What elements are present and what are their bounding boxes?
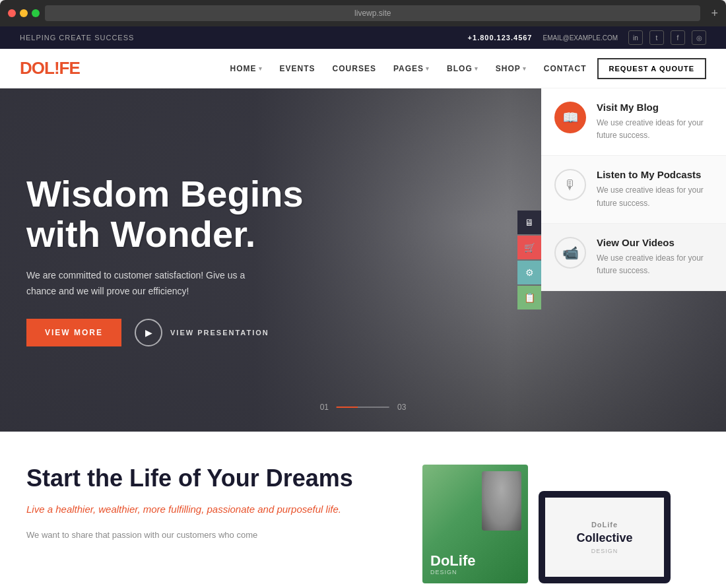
browser-dots <box>8 9 40 17</box>
podcast-icon: 🎙 <box>554 169 586 201</box>
phone-number[interactable]: +1.800.123.4567 <box>468 34 533 42</box>
social-icons-group: in t f ◎ <box>628 30 706 45</box>
instagram-icon[interactable]: ◎ <box>692 30 706 45</box>
top-bar: HELPING CREATE SUCCESS +1.800.123.4567 E… <box>0 26 726 49</box>
bottom-title: Start the Life of Your Dreams <box>26 465 383 492</box>
hero-section: Wisdom Begins with Wonder. We are commit… <box>0 88 726 432</box>
hero-sidebar-cards: 📖 Visit My Blog We use creative ideas fo… <box>541 88 726 432</box>
top-bar-right: +1.800.123.4567 EMAIL@EXAMPLE.COM in t f… <box>468 30 706 45</box>
card-videos-text: We use creative ideas for your future su… <box>597 252 713 277</box>
chevron-down-icon: ▾ <box>475 65 478 72</box>
hero-slider: 01 03 <box>320 403 407 412</box>
presentation-label: VIEW PRESENTATION <box>170 329 269 337</box>
card-podcasts-content: Listen to My Podcasts We use creative id… <box>597 169 713 209</box>
nav-links: HOME ▾ EVENTS COURSES PAGES ▾ BLOG ▾ SHO… <box>224 58 706 79</box>
slide-total: 03 <box>397 403 406 412</box>
nav-events[interactable]: EVENTS <box>273 59 322 79</box>
card-blog-text: We use creative ideas for your future su… <box>597 117 713 142</box>
url-text: livewp.site <box>354 9 391 18</box>
desktop-icon[interactable]: 🖥 <box>517 211 541 234</box>
address-bar[interactable]: livewp.site <box>45 5 700 21</box>
card-podcasts-text: We use creative ideas for your future su… <box>597 184 713 209</box>
tablet-brand: Collective <box>576 531 632 545</box>
site-logo[interactable]: DOL!FE <box>20 58 80 79</box>
main-nav: DOL!FE HOME ▾ EVENTS COURSES PAGES ▾ BLO… <box>0 49 726 88</box>
book-mockup: DoLife DESIGN <box>422 465 528 583</box>
linkedin-icon[interactable]: in <box>628 30 643 45</box>
tablet-mockup: DoLife Collective DESIGN <box>539 491 671 583</box>
video-icon: 📹 <box>554 237 586 269</box>
close-dot[interactable] <box>8 9 16 17</box>
card-blog-content: Visit My Blog We use creative ideas for … <box>597 102 713 142</box>
minimize-dot[interactable] <box>20 9 28 17</box>
nav-blog[interactable]: BLOG ▾ <box>440 59 485 79</box>
tablet-tagline: DESIGN <box>591 548 618 554</box>
card-podcasts-title: Listen to My Podcasts <box>597 169 713 180</box>
presentation-button[interactable]: ▶ VIEW PRESENTATION <box>135 319 269 346</box>
maximize-dot[interactable] <box>32 9 40 17</box>
blog-icon: 📖 <box>554 102 586 133</box>
slide-current: 01 <box>320 403 329 412</box>
hero-buttons: VIEW MORE ▶ VIEW PRESENTATION <box>26 319 304 346</box>
hero-content: Wisdom Begins with Wonder. We are commit… <box>0 174 330 347</box>
nav-home[interactable]: HOME ▾ <box>224 59 269 79</box>
play-icon[interactable]: ▶ <box>135 319 162 346</box>
floating-icons-panel: 🖥 🛒 ⚙ 📋 <box>517 211 541 310</box>
logo-exclaim: ! <box>54 58 59 78</box>
bottom-section: Start the Life of Your Dreams Live a hea… <box>0 432 726 588</box>
nav-courses[interactable]: COURSES <box>326 59 383 79</box>
hero-subtitle: We are committed to customer satisfactio… <box>26 268 277 300</box>
website-container: HELPING CREATE SUCCESS +1.800.123.4567 E… <box>0 26 726 588</box>
nav-pages[interactable]: PAGES ▾ <box>387 59 436 79</box>
bottom-right-content: DoLife DESIGN DoLife Collective DESIGN <box>422 465 700 583</box>
chevron-down-icon: ▾ <box>259 65 263 72</box>
nav-shop[interactable]: SHOP ▾ <box>489 59 533 79</box>
nav-contact[interactable]: CONTACT <box>537 59 593 79</box>
card-videos-content: View Our Videos We use creative ideas fo… <box>597 237 713 277</box>
facebook-icon[interactable]: f <box>671 30 685 45</box>
new-tab-button[interactable]: + <box>711 7 718 20</box>
book-subtitle-text: DESIGN <box>430 569 520 575</box>
card-videos[interactable]: 📹 View Our Videos We use creative ideas … <box>541 224 726 291</box>
browser-chrome: livewp.site + <box>0 0 726 26</box>
card-blog[interactable]: 📖 Visit My Blog We use creative ideas fo… <box>541 88 726 156</box>
checklist-icon[interactable]: 📋 <box>517 286 541 310</box>
view-more-button[interactable]: VIEW MORE <box>26 319 121 346</box>
chevron-down-icon: ▾ <box>426 65 430 72</box>
card-podcasts[interactable]: 🎙 Listen to My Podcasts We use creative … <box>541 156 726 223</box>
hero-title: Wisdom Begins with Wonder. <box>26 174 304 255</box>
book-person-image <box>482 471 521 531</box>
bottom-subtitle: Live a healthier, wealthier, more fulfil… <box>26 502 383 517</box>
request-quote-button[interactable]: REQUEST A QUOUTE <box>597 58 706 79</box>
card-videos-title: View Our Videos <box>597 237 713 248</box>
card-blog-title: Visit My Blog <box>597 102 713 113</box>
logo-text: DOL!FE <box>20 58 80 78</box>
twitter-icon[interactable]: t <box>649 30 664 45</box>
bottom-left-content: Start the Life of Your Dreams Live a hea… <box>26 465 383 542</box>
cart-icon[interactable]: 🛒 <box>517 236 541 259</box>
settings-icon[interactable]: ⚙ <box>517 261 541 284</box>
tablet-logo: DoLife <box>591 521 618 529</box>
email-address[interactable]: EMAIL@EXAMPLE.COM <box>543 34 618 42</box>
bottom-text: We want to share that passion with our c… <box>26 528 383 542</box>
book-title-text: DoLife <box>430 553 520 569</box>
tablet-screen: DoLife Collective DESIGN <box>545 498 664 577</box>
top-bar-tagline: HELPING CREATE SUCCESS <box>20 34 134 42</box>
chevron-down-icon: ▾ <box>523 65 527 72</box>
slider-progress <box>337 407 389 408</box>
